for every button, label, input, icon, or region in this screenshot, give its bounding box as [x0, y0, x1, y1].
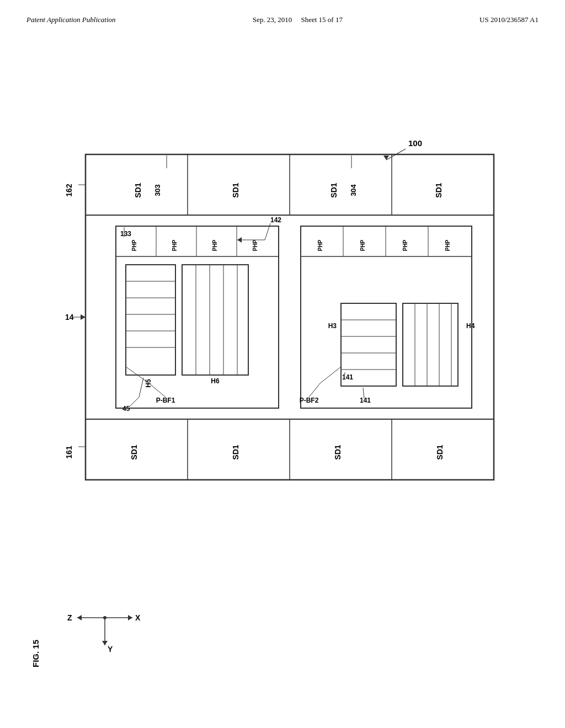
svg-rect-44: [403, 303, 458, 386]
label-303: 303: [153, 184, 162, 196]
svg-line-49: [149, 383, 166, 397]
axis-z-label: Z: [67, 613, 72, 622]
php-right-1: PHP: [317, 239, 323, 251]
svg-rect-10: [86, 215, 494, 419]
label-161: 161: [65, 446, 73, 459]
php-right-2: PHP: [360, 239, 366, 251]
axis-x-label: X: [135, 613, 141, 622]
top-sd1-col4: SD1: [434, 183, 443, 197]
svg-marker-66: [102, 641, 108, 645]
label-h3: H3: [328, 322, 337, 330]
page-header: Patent Application Publication Sep. 23, …: [0, 0, 565, 24]
php-left-2: PHP: [172, 239, 178, 251]
bottom-sd1-col1: SD1: [130, 445, 138, 459]
php-right-3: PHP: [402, 239, 408, 251]
label-100: 100: [408, 138, 422, 148]
publication-type: Patent Application Publication: [26, 15, 116, 24]
label-304: 304: [349, 184, 358, 196]
top-sd1-col3: SD1: [329, 183, 338, 197]
label-pbf2: P-BF2: [300, 397, 319, 404]
svg-marker-23: [237, 237, 242, 243]
label-142: 142: [270, 216, 281, 224]
top-sd1-col1: SD1: [134, 183, 142, 197]
axis-y-label: Y: [108, 645, 113, 654]
svg-rect-13: [116, 226, 279, 408]
svg-marker-1: [383, 156, 389, 160]
php-left-1: PHP: [131, 239, 137, 251]
php-left-4: PHP: [252, 239, 258, 251]
label-h4: H4: [466, 322, 475, 330]
svg-line-54: [139, 378, 143, 397]
fig-label: FIG. 15: [31, 640, 40, 667]
bottom-sd1-col4: SD1: [435, 445, 444, 459]
publication-date: Sep. 23, 2010: [253, 15, 292, 24]
svg-marker-64: [77, 615, 82, 620]
php-left-3: PHP: [212, 239, 218, 251]
label-45: 45: [122, 405, 130, 413]
publication-date-sheet: Sep. 23, 2010 Sheet 15 of 17: [253, 15, 343, 24]
svg-marker-12: [81, 314, 86, 320]
svg-line-53: [130, 397, 139, 406]
svg-line-51: [309, 383, 320, 397]
php-right-4: PHP: [445, 239, 451, 251]
label-162: 162: [65, 184, 73, 197]
label-133: 133: [120, 230, 131, 238]
bottom-sd1-col3: SD1: [333, 445, 342, 459]
sheet-info: Sheet 15 of 17: [301, 15, 342, 24]
top-sd1-col2: SD1: [231, 183, 240, 197]
label-pbf1: P-BF1: [156, 397, 175, 404]
svg-rect-15: [301, 226, 472, 408]
label-141-callout: 141: [360, 397, 371, 404]
label-h6: H6: [211, 377, 220, 385]
svg-marker-62: [128, 615, 132, 620]
patent-diagram: 100 SD1 303 SD1 SD1 304 SD1 162 14 133 1…: [0, 66, 565, 563]
svg-line-52: [320, 367, 341, 383]
bottom-sd1-col2: SD1: [231, 445, 240, 459]
label-141: 141: [342, 373, 353, 381]
svg-rect-34: [182, 265, 248, 375]
figure-label-axes: FIG. 15 X Z Y: [28, 585, 193, 695]
patent-number: US 2010/236587 A1: [479, 15, 539, 24]
